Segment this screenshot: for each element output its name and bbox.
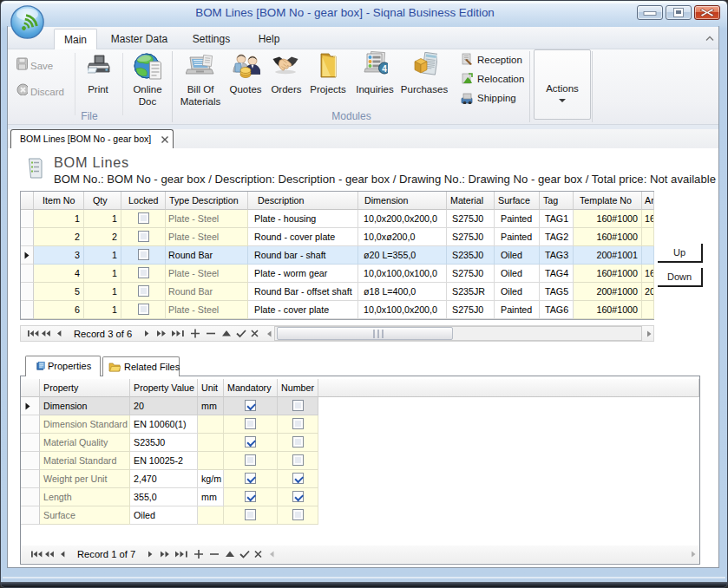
svg-text:4: 4 <box>382 64 387 74</box>
